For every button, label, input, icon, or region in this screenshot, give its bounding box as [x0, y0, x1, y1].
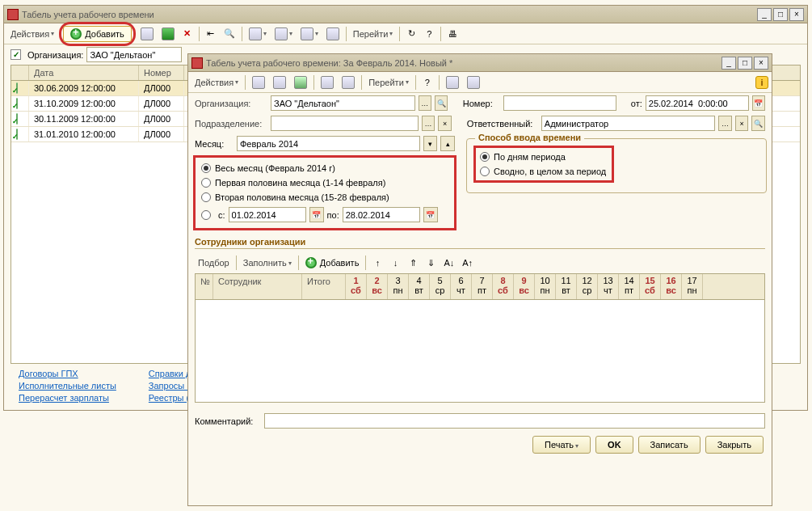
list-icon-button[interactable]: [270, 74, 289, 91]
actions-menu[interactable]: Действия: [191, 74, 242, 91]
nav-start-button[interactable]: ⇤: [203, 26, 219, 42]
month-input[interactable]: [237, 136, 420, 151]
responsible-clear-button[interactable]: ×: [735, 116, 749, 131]
day-header[interactable]: 16вс: [661, 274, 682, 299]
nav-find-button[interactable]: 🔍: [221, 26, 238, 42]
day-header[interactable]: 2вс: [367, 274, 388, 299]
radio-first-half[interactable]: [201, 178, 211, 188]
add-employee-button[interactable]: Добавить: [302, 255, 363, 271]
day-header[interactable]: 4вт: [409, 274, 430, 299]
sort-desc-button[interactable]: A↑: [459, 255, 476, 271]
nav-down-button[interactable]: ⇓: [423, 255, 439, 271]
day-header[interactable]: 13чт: [598, 274, 619, 299]
sort-asc-button[interactable]: A↓: [440, 255, 457, 271]
ok-button[interactable]: OK: [595, 436, 633, 454]
save-icon-button[interactable]: [249, 74, 268, 91]
fill-menu[interactable]: Заполнить: [240, 255, 295, 271]
radio-custom-range[interactable]: [201, 210, 211, 220]
radio-whole-month[interactable]: [201, 163, 211, 173]
dept-input[interactable]: [271, 116, 419, 131]
structure-button[interactable]: [318, 74, 337, 91]
employees-grid[interactable]: № Сотрудник Итого 1сб2вс3пн4вт5ср6чт7пт8…: [195, 273, 765, 403]
link-contracts[interactable]: Договоры ГПХ: [19, 369, 116, 378]
clear-filter-button[interactable]: [323, 26, 343, 42]
grid-icon-button[interactable]: [443, 74, 462, 91]
close-button[interactable]: ×: [789, 8, 804, 21]
minimize-button[interactable]: _: [722, 57, 736, 70]
goto-menu[interactable]: Перейти: [365, 74, 412, 91]
number-input[interactable]: [503, 95, 616, 111]
filter3-button[interactable]: [297, 26, 322, 42]
col-n[interactable]: №: [196, 274, 213, 299]
day-header[interactable]: 9вс: [514, 274, 535, 299]
org-input[interactable]: [271, 95, 415, 111]
org-search-button[interactable]: 🔍: [435, 95, 448, 111]
responsible-select-button[interactable]: …: [718, 116, 732, 131]
day-header[interactable]: 14пт: [619, 274, 640, 299]
maximize-button[interactable]: □: [738, 57, 752, 70]
help-button[interactable]: ?: [421, 26, 437, 42]
dept-select-button[interactable]: …: [422, 116, 435, 131]
day-header[interactable]: 11вт: [556, 274, 577, 299]
go-button[interactable]: [339, 74, 358, 91]
add-button[interactable]: Добавить: [63, 26, 132, 42]
col-number[interactable]: Номер: [139, 65, 184, 80]
day-header[interactable]: 1сб: [346, 274, 367, 299]
org-input[interactable]: [86, 47, 182, 62]
range-from-input[interactable]: [229, 207, 306, 222]
dept-clear-button[interactable]: ×: [438, 116, 452, 131]
radio-summary[interactable]: [480, 167, 490, 176]
filter1-button[interactable]: [246, 26, 270, 42]
responsible-input[interactable]: [541, 116, 716, 131]
close-button[interactable]: Закрыть: [705, 436, 764, 454]
columns-icon-button[interactable]: [464, 74, 483, 91]
day-header[interactable]: 7пт: [472, 274, 493, 299]
actions-menu[interactable]: Действия: [7, 26, 57, 42]
day-header[interactable]: 17пн: [682, 274, 703, 299]
comment-input[interactable]: [264, 413, 765, 429]
delete-button[interactable]: ✕: [179, 26, 196, 42]
link-exec[interactable]: Исполнительные листы: [19, 381, 116, 391]
refresh-button[interactable]: ↻: [403, 26, 419, 42]
tip-icon[interactable]: i: [755, 76, 768, 89]
nav-up-button[interactable]: ⇑: [405, 255, 421, 271]
org-select-button[interactable]: …: [419, 95, 431, 111]
range-to-input[interactable]: [343, 207, 420, 222]
month-dropdown-button[interactable]: ▾: [423, 136, 438, 151]
print-button[interactable]: 🖶: [444, 26, 461, 42]
minimize-button[interactable]: _: [757, 8, 772, 21]
copy-button[interactable]: [137, 26, 157, 42]
refresh-icon-button[interactable]: [291, 74, 310, 91]
day-header[interactable]: 15сб: [640, 274, 661, 299]
day-header[interactable]: 10пн: [535, 274, 556, 299]
radio-second-half[interactable]: [201, 192, 211, 202]
col-total[interactable]: Итого: [302, 274, 346, 299]
responsible-search-button[interactable]: 🔍: [751, 116, 765, 131]
close-button[interactable]: ×: [754, 57, 768, 70]
move-down-button[interactable]: ↓: [387, 255, 403, 271]
org-checkbox[interactable]: [11, 49, 21, 60]
from-input[interactable]: [646, 95, 749, 111]
day-header[interactable]: 3пн: [388, 274, 409, 299]
print-button[interactable]: Печать: [532, 436, 591, 454]
help-button[interactable]: ?: [419, 74, 435, 91]
goto-menu[interactable]: Перейти: [350, 26, 397, 42]
month-spin-up[interactable]: ▴: [440, 136, 455, 151]
col-date[interactable]: Дата: [29, 65, 139, 80]
range-from-calendar[interactable]: 📅: [309, 207, 324, 222]
radio-by-days[interactable]: [480, 152, 490, 162]
link-recalc[interactable]: Перерасчет зарплаты: [19, 393, 116, 403]
day-header[interactable]: 12ср: [577, 274, 598, 299]
from-calendar-button[interactable]: 📅: [752, 95, 765, 111]
save-button[interactable]: Записать: [638, 436, 701, 454]
move-up-button[interactable]: ↑: [369, 255, 385, 271]
range-to-calendar[interactable]: 📅: [423, 207, 438, 222]
maximize-button[interactable]: □: [773, 8, 788, 21]
col-employee[interactable]: Сотрудник: [213, 274, 302, 299]
day-header[interactable]: 5ср: [430, 274, 451, 299]
pick-button[interactable]: Подбор: [195, 255, 233, 271]
filter2-button[interactable]: [271, 26, 296, 42]
day-header[interactable]: 6чт: [451, 274, 472, 299]
edit-button[interactable]: [158, 26, 178, 42]
day-header[interactable]: 8сб: [493, 274, 514, 299]
